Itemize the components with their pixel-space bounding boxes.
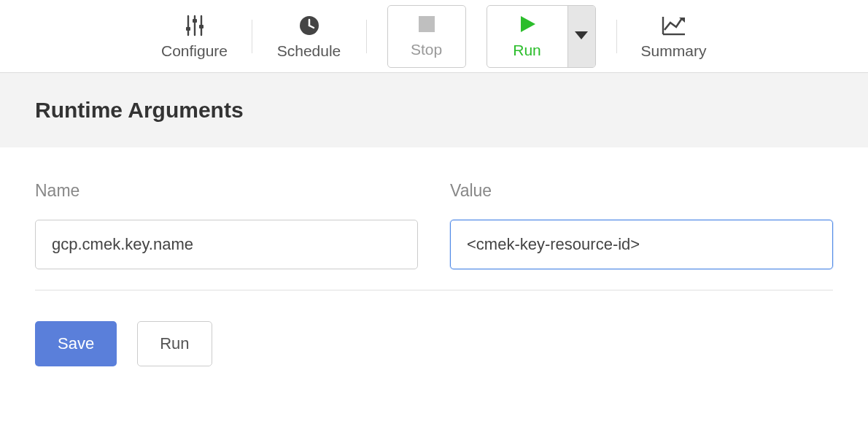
- svg-marker-11: [575, 31, 588, 39]
- play-icon: [517, 14, 538, 37]
- run-label: Run: [513, 42, 541, 59]
- svg-rect-3: [186, 27, 190, 31]
- summary-button[interactable]: Summary: [638, 13, 710, 60]
- stop-icon: [417, 15, 436, 36]
- svg-marker-10: [521, 16, 535, 32]
- toolbar-divider: [366, 20, 367, 53]
- toolbar-divider: [252, 20, 252, 53]
- chevron-down-icon: [575, 30, 588, 43]
- section-title: Runtime Arguments: [0, 73, 868, 147]
- chart-icon: [662, 13, 686, 38]
- form-run-button[interactable]: Run: [137, 321, 212, 366]
- value-field: Value: [450, 181, 833, 269]
- stop-label: Stop: [411, 41, 442, 58]
- configure-button[interactable]: Configure: [158, 13, 231, 60]
- toolbar: Configure Schedule Stop R: [0, 0, 868, 73]
- schedule-button[interactable]: Schedule: [273, 13, 346, 60]
- run-dropdown-toggle[interactable]: [567, 6, 595, 67]
- name-field-label: Name: [35, 181, 418, 201]
- clock-icon: [298, 13, 320, 38]
- run-split-button: Run: [487, 5, 596, 68]
- summary-label: Summary: [641, 42, 707, 60]
- sliders-icon: [185, 13, 205, 38]
- schedule-label: Schedule: [277, 42, 341, 60]
- name-input[interactable]: [35, 220, 418, 269]
- save-button[interactable]: Save: [35, 321, 117, 366]
- svg-rect-4: [193, 19, 197, 23]
- configure-label: Configure: [161, 42, 228, 60]
- svg-rect-9: [419, 16, 435, 32]
- run-button[interactable]: Run: [487, 6, 567, 67]
- value-input[interactable]: [450, 220, 833, 269]
- runtime-arguments-form: Name Value Save Run: [0, 147, 868, 396]
- stop-button[interactable]: Stop: [387, 5, 466, 68]
- toolbar-divider: [616, 20, 617, 53]
- value-field-label: Value: [450, 181, 833, 201]
- svg-rect-5: [199, 25, 204, 28]
- name-field: Name: [35, 181, 418, 269]
- form-divider: [35, 290, 833, 290]
